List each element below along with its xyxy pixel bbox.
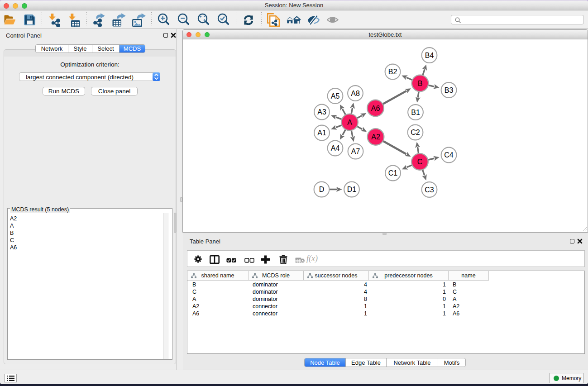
svg-text:C4: C4 bbox=[444, 151, 454, 159]
svg-text:A1: A1 bbox=[317, 129, 326, 137]
svg-text:A7: A7 bbox=[351, 148, 360, 155]
svg-text:C3: C3 bbox=[425, 186, 434, 193]
svg-text:B1: B1 bbox=[411, 108, 420, 116]
svg-text:C: C bbox=[417, 158, 422, 166]
svg-text:D1: D1 bbox=[347, 186, 356, 193]
svg-text:B: B bbox=[417, 79, 422, 87]
svg-text:B2: B2 bbox=[388, 68, 397, 76]
svg-text:A6: A6 bbox=[371, 104, 380, 112]
svg-text:A: A bbox=[347, 118, 352, 126]
svg-text:C1: C1 bbox=[388, 169, 397, 177]
svg-text:A4: A4 bbox=[330, 144, 339, 152]
svg-text:A3: A3 bbox=[317, 108, 326, 116]
svg-text:A5: A5 bbox=[330, 92, 339, 100]
svg-text:C2: C2 bbox=[411, 129, 420, 136]
svg-text:A8: A8 bbox=[351, 89, 360, 97]
svg-text:B3: B3 bbox=[444, 86, 453, 94]
svg-text:B4: B4 bbox=[425, 51, 434, 59]
svg-text:A2: A2 bbox=[371, 133, 380, 141]
svg-text:D: D bbox=[319, 186, 324, 193]
